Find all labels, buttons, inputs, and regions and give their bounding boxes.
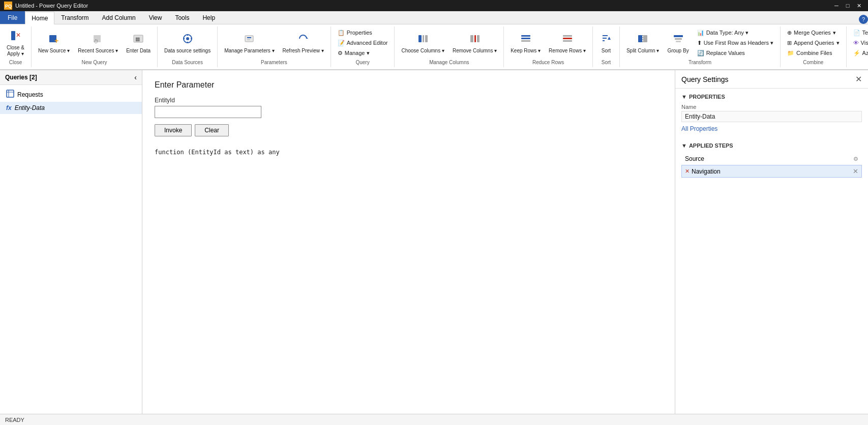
ribbon-group-ai-insights: 📄 Text Analytics 👁 Vision ⚡ Azure Machin… [847,26,868,67]
keep-rows-icon [520,33,531,47]
invoke-button[interactable]: Invoke [155,124,192,136]
step-navigation-label: Navigation [692,168,853,175]
split-column-button[interactable]: Split Column ▾ [623,27,663,59]
svg-text:PQ: PQ [5,4,12,9]
keep-rows-button[interactable]: Keep Rows ▾ [507,27,544,59]
remove-rows-label: Remove Rows ▾ [549,48,586,54]
text-analytics-button[interactable]: 📄 Text Analytics [850,27,868,38]
step-navigation-delete[interactable]: ✕ [853,167,858,175]
queries-header: Queries [2] ‹ [0,70,142,85]
all-properties-link[interactable]: All Properties [681,125,717,132]
transform-group-content: Split Column ▾ Group By 📊 Data Type: Any… [623,27,777,60]
close-settings-button[interactable]: ✕ [855,74,862,84]
sort-group-label: Sort [602,60,611,66]
svg-rect-24 [474,35,476,42]
entity-id-label: EntityId [155,97,663,104]
properties-icon: 📋 [338,30,345,36]
close-window-button[interactable]: ✕ [854,1,864,11]
use-first-row-button[interactable]: ⬆ Use First Row as Headers ▾ [694,38,777,48]
ribbon: ✕ Close & Apply ▾ Close + New Source ▾ [0,24,868,70]
svg-rect-27 [521,38,530,39]
clear-button[interactable]: Clear [195,124,229,136]
entity-id-input[interactable] [155,106,261,118]
group-by-button[interactable]: Group By [664,27,692,59]
enter-data-button[interactable]: ▦ Enter Data [123,27,154,59]
collapse-queries-button[interactable]: ‹ [134,73,137,81]
replace-values-label: Replace Values [706,50,745,56]
sort-icon [601,33,612,47]
data-source-settings-button[interactable]: Data source settings [161,27,214,59]
queries-title: Queries [2] [5,74,37,81]
tab-help[interactable]: Help [196,11,222,24]
combine-files-label: Combine Files [796,50,832,56]
data-type-button[interactable]: 📊 Data Type: Any ▾ [694,27,777,38]
transform-small-col: 📊 Data Type: Any ▾ ⬆ Use First Row as He… [694,27,777,58]
status-bar: READY [0,414,868,425]
merge-queries-button[interactable]: ⊕ Merge Queries ▾ [784,27,843,38]
svg-rect-36 [638,35,642,42]
refresh-preview-icon [297,33,309,47]
azure-ml-icon: ⚡ [853,50,860,56]
vision-button[interactable]: 👁 Vision [850,38,868,48]
svg-rect-26 [521,35,530,37]
advanced-editor-button[interactable]: 📝 Advanced Editor [334,38,392,48]
merge-queries-label: Merge Queries [794,30,831,36]
keep-rows-label: Keep Rows ▾ [511,48,541,54]
data-sources-group-content: Data source settings [161,27,214,60]
close-group-content: ✕ Close & Apply ▾ [3,27,28,60]
collapse-properties-icon: ▼ [681,94,687,100]
new-query-group-label: New Query [82,60,107,66]
tab-file[interactable]: File [0,11,25,24]
reduce-rows-group-content: Keep Rows ▾ Remove Rows ▾ [507,27,589,60]
param-buttons: Invoke Clear [155,124,663,136]
queries-panel: Queries [2] ‹ Requests fx Entity-Data [0,70,142,414]
enter-parameter-title: Enter Parameter [155,80,663,90]
replace-values-button[interactable]: 🔄 Replace Values [694,48,777,58]
manage-parameters-button[interactable]: Manage Parameters ▾ [221,27,278,59]
properties-button[interactable]: 📋 Properties [334,27,392,38]
choose-columns-icon [417,33,429,47]
combine-files-button[interactable]: 📁 Combine Files [784,48,843,58]
choose-columns-button[interactable]: Choose Columns ▾ [398,27,447,59]
tab-home[interactable]: Home [25,12,54,24]
append-queries-label: Append Queries [794,40,834,46]
recent-sources-button[interactable]: ⏱ Recent Sources ▾ [74,27,122,59]
close-apply-button[interactable]: ✕ Close & Apply ▾ [3,27,28,59]
minimize-button[interactable]: ─ [831,1,842,11]
tab-add-column[interactable]: Add Column [96,11,142,24]
query-item-requests[interactable]: Requests [0,87,142,102]
svg-rect-37 [643,35,647,42]
remove-columns-button[interactable]: Remove Columns ▾ [449,27,500,59]
ribbon-group-close: ✕ Close & Apply ▾ Close [0,26,32,67]
close-apply-label: Close & Apply ▾ [7,45,24,57]
new-source-label: New Source ▾ [38,48,70,54]
data-type-label: Data Type: Any ▾ [706,30,749,36]
step-source[interactable]: Source ⚙ [681,153,862,165]
svg-marker-19 [306,37,308,39]
restore-button[interactable]: □ [843,1,853,11]
refresh-preview-button[interactable]: Refresh Preview ▾ [279,27,327,59]
content-inner: Enter Parameter EntityId Invoke Clear fu… [142,70,675,414]
combine-files-icon: 📁 [787,50,794,56]
parameters-group-label: Parameters [261,60,287,66]
title-bar-controls: ─ □ ✕ [831,1,864,11]
help-button[interactable]: ? [859,15,868,24]
transform-group-label: Transform [689,60,711,66]
svg-text:▦: ▦ [135,36,140,42]
step-navigation[interactable]: ✕ Navigation ✕ [681,165,862,178]
tab-tools[interactable]: Tools [168,11,196,24]
new-source-button[interactable]: + New Source ▾ [35,27,73,59]
ribbon-group-manage-columns: Choose Columns ▾ Remove Columns ▾ Manage… [395,26,504,67]
query-item-entity-data[interactable]: fx Entity-Data [0,102,142,114]
svg-rect-25 [477,35,480,42]
azure-ml-button[interactable]: ⚡ Azure Machine Learning [850,48,868,58]
remove-rows-button[interactable]: Remove Rows ▾ [545,27,589,59]
tab-transform[interactable]: Transform [54,11,95,24]
content-area: Enter Parameter EntityId Invoke Clear fu… [142,70,675,414]
append-queries-button[interactable]: ⊞ Append Queries ▾ [784,38,843,48]
tab-view[interactable]: View [142,11,169,24]
manage-button[interactable]: ⚙ Manage ▾ [334,48,392,58]
group-by-icon [673,33,684,47]
vision-label: Vision [861,40,868,46]
sort-button[interactable]: Sort [596,27,616,59]
